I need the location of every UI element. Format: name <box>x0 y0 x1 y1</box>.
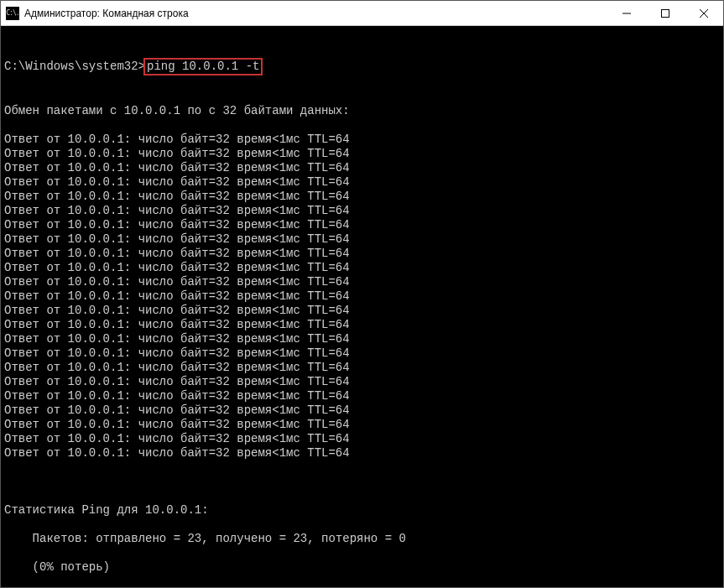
window-title: Администратор: Командная строка <box>24 8 607 19</box>
stats-packets: Пакетов: отправлено = 23, получено = 23,… <box>4 532 720 546</box>
window-controls <box>607 1 723 25</box>
reply-lines: Ответ от 10.0.0.1: число байт=32 время<1… <box>4 133 720 461</box>
close-button[interactable] <box>685 1 723 25</box>
command-prompt-window: C:\. Администратор: Командная строка C:\… <box>0 0 724 588</box>
highlighted-command: ping 10.0.0.1 -t <box>143 58 263 75</box>
svg-rect-1 <box>662 9 669 17</box>
cmd-icon: C:\. <box>6 7 19 20</box>
terminal-output[interactable]: C:\Windows\system32>ping 10.0.0.1 -t Обм… <box>1 26 723 587</box>
prompt-path: C:\Windows\system32> <box>4 60 145 73</box>
stats-header: Статистика Ping для 10.0.0.1: <box>4 503 720 518</box>
minimize-button[interactable] <box>607 1 646 25</box>
stats-loss: (0% потерь) <box>4 560 720 575</box>
maximize-button[interactable] <box>646 1 685 25</box>
exchange-header: Обмен пакетами с 10.0.0.1 по с 32 байтам… <box>4 104 720 118</box>
titlebar[interactable]: C:\. Администратор: Командная строка <box>1 1 723 26</box>
